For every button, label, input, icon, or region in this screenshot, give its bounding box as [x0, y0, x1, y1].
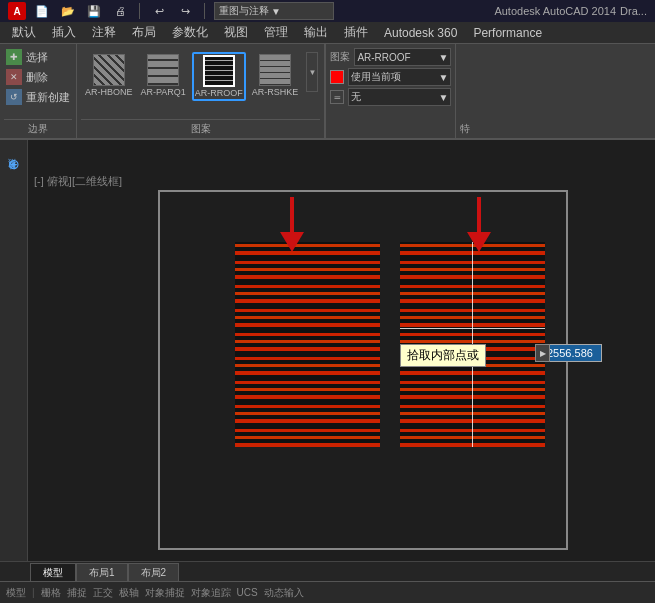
drawing-border: 拾取内部点或 2556.586 ▶: [158, 190, 568, 550]
menu-insert[interactable]: 插入: [44, 22, 84, 44]
arrow-shaft-left: [290, 197, 294, 232]
ribbon: ✚ 选择 ✕ 删除 ↺ 重新创建 边界: [0, 44, 655, 140]
autocad-logo: A: [8, 2, 26, 20]
arrowhead-left: [280, 232, 304, 252]
menu-annotate[interactable]: 注释: [84, 22, 124, 44]
hbone-label: AR-HBONE: [85, 87, 133, 97]
none-dropdown[interactable]: 无 ▼: [348, 88, 451, 106]
boundary-panel-label: 边界: [4, 119, 72, 136]
pattern-hbone-btn[interactable]: AR-HBONE: [83, 52, 135, 99]
undo-btn[interactable]: ↩: [149, 2, 169, 20]
tab-layout1[interactable]: 布局1: [76, 563, 128, 581]
title-bar-right: Autodesk AutoCAD 2014 Dra...: [494, 5, 647, 17]
status-otrack[interactable]: 对象追踪: [191, 586, 231, 600]
menu-layout[interactable]: 布局: [124, 22, 164, 44]
tab-bar: 模型 布局1 布局2: [0, 561, 655, 581]
pick-point-btn[interactable]: ⊕ 拾取点: [2, 144, 26, 188]
tab-layout2[interactable]: 布局2: [128, 563, 180, 581]
use-current-dropdown[interactable]: 使用当前项 ▼: [348, 68, 451, 86]
pattern-rshke-btn[interactable]: AR-RSHKE: [250, 52, 301, 99]
color-swatch-red: [330, 70, 344, 84]
view-label: [-] 俯视][二维线框]: [34, 174, 122, 189]
tooltip-box: 拾取内部点或: [400, 344, 486, 367]
menu-autodesk360[interactable]: Autodesk 360: [376, 22, 465, 44]
title-bar: A 📄 📂 💾 🖨 ↩ ↪ 重图与注释 ▼ Autodesk AutoCAD 2…: [0, 0, 655, 22]
menu-default[interactable]: 默认: [4, 22, 44, 44]
workspace-selector[interactable]: 重图与注释 ▼: [214, 2, 334, 20]
none-row: ═ 无 ▼: [330, 88, 451, 106]
print-btn[interactable]: 🖨: [110, 2, 130, 20]
coordinate-input[interactable]: 2556.586: [542, 344, 602, 362]
roof-pattern-left: [235, 242, 380, 447]
left-toolbar: ⊕ 拾取点: [0, 140, 28, 581]
status-polar[interactable]: 极轴: [119, 586, 139, 600]
ribbon-panel-boundary: ✚ 选择 ✕ 删除 ↺ 重新创建 边界: [0, 44, 77, 138]
rroof-label: AR-RROOF: [195, 88, 243, 98]
recreate-tool-btn[interactable]: ↺ 重新创建: [4, 88, 72, 106]
menu-bar: 默认 插入 注释 布局 参数化 视图 管理 输出 插件 Autodesk 360…: [0, 22, 655, 44]
title-bar-left: A 📄 📂 💾 🖨 ↩ ↪ 重图与注释 ▼: [8, 2, 334, 20]
pattern-tools: AR-HBONE AR-PARQ1 AR-RROOF AR-RSHKE: [81, 48, 320, 117]
status-bar: 模型 | 栅格 捕捉 正交 极轴 对象捕捉 对象追踪 UCS 动态输入: [0, 581, 655, 603]
menu-output[interactable]: 输出: [296, 22, 336, 44]
separator: [139, 3, 140, 19]
rroof-icon: [203, 55, 235, 87]
ribbon-right-panel: 图案 AR-RROOF ▼ 使用当前项 ▼ ═ 无: [325, 44, 455, 138]
content-area: ⊕ 拾取点 [-] 俯视][二维线框]: [0, 140, 655, 603]
app-window: A 📄 📂 💾 🖨 ↩ ↪ 重图与注释 ▼ Autodesk AutoCAD 2…: [0, 0, 655, 603]
menu-plugins[interactable]: 插件: [336, 22, 376, 44]
save-btn[interactable]: 💾: [84, 2, 104, 20]
delete-tool-btn[interactable]: ✕ 删除: [4, 68, 72, 86]
hatch-rect-left: [235, 242, 380, 447]
select-tool-btn[interactable]: ✚ 选择: [4, 48, 72, 66]
tab-model[interactable]: 模型: [30, 563, 76, 581]
arrow-right: [467, 197, 491, 252]
status-snap[interactable]: 捕捉: [67, 586, 87, 600]
use-current-row: 使用当前项 ▼: [330, 68, 451, 86]
redo-btn[interactable]: ↪: [175, 2, 195, 20]
pattern-rroof-btn[interactable]: AR-RROOF: [192, 52, 246, 101]
arrow-shaft-right: [477, 197, 481, 232]
boundary-tools: ✚ 选择 ✕ 删除 ↺ 重新创建: [4, 48, 72, 117]
drawing-area[interactable]: [-] 俯视][二维线框]: [28, 170, 655, 603]
arrowhead-right: [467, 232, 491, 252]
menu-parametric[interactable]: 参数化: [164, 22, 216, 44]
rshke-label: AR-RSHKE: [252, 87, 299, 97]
pattern-parq1-btn[interactable]: AR-PARQ1: [139, 52, 188, 99]
ribbon-panel-patterns: AR-HBONE AR-PARQ1 AR-RROOF AR-RSHKE: [77, 44, 325, 138]
linetype-icon: ═: [330, 90, 344, 104]
status-osnap[interactable]: 对象捕捉: [145, 586, 185, 600]
status-model: 模型: [6, 586, 26, 600]
pattern-row: 图案 AR-RROOF ▼: [330, 48, 451, 66]
new-btn[interactable]: 📄: [32, 2, 52, 20]
menu-manage[interactable]: 管理: [256, 22, 296, 44]
parq1-label: AR-PARQ1: [141, 87, 186, 97]
status-ortho[interactable]: 正交: [93, 586, 113, 600]
arrow-left: [280, 197, 304, 252]
menu-performance[interactable]: Performance: [465, 22, 550, 44]
rshke-icon: [259, 54, 291, 86]
pattern-dropdown[interactable]: AR-RROOF ▼: [354, 48, 451, 66]
menu-view[interactable]: 视图: [216, 22, 256, 44]
special-tools-label: 特: [455, 44, 655, 138]
recreate-icon: ↺: [6, 89, 22, 105]
open-btn[interactable]: 📂: [58, 2, 78, 20]
select-icon: ✚: [6, 49, 22, 65]
pattern-scroll[interactable]: ▼: [306, 52, 318, 92]
pattern-label: 图案: [330, 50, 350, 64]
hbone-icon: [93, 54, 125, 86]
status-grid[interactable]: 栅格: [41, 586, 61, 600]
ribbon-panels: ✚ 选择 ✕ 删除 ↺ 重新创建 边界: [0, 44, 655, 138]
status-ucs[interactable]: UCS: [237, 587, 258, 598]
pattern-panel-label: 图案: [81, 119, 320, 136]
parq1-icon: [147, 54, 179, 86]
status-dynin[interactable]: 动态输入: [264, 586, 304, 600]
tooltip-options-btn[interactable]: ▶: [535, 344, 550, 362]
separator2: [204, 3, 205, 19]
delete-icon: ✕: [6, 69, 22, 85]
